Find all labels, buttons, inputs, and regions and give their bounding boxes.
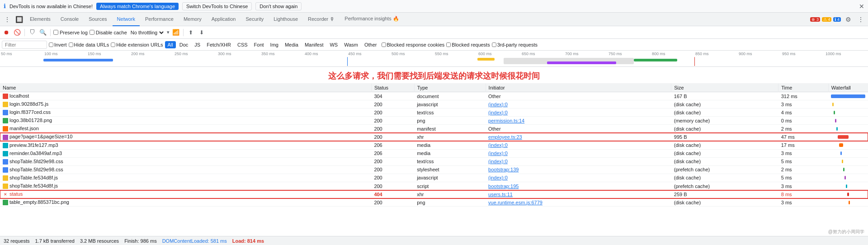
filter-type-doc[interactable]: Doc — [177, 41, 191, 48]
table-row[interactable]: preview.3f1fe127.mp3206media(index):0(di… — [0, 141, 868, 149]
blocked-cookies-checkbox[interactable]: Blocked response cookies — [382, 42, 445, 47]
table-row[interactable]: shopTable.fe534d8f.js200javascript(index… — [0, 174, 868, 182]
request-initiator[interactable]: (index):0 — [486, 100, 671, 108]
filter-type-ws[interactable]: WS — [327, 41, 340, 48]
filter-icon[interactable]: ⛉ — [28, 28, 37, 37]
request-initiator[interactable]: (index):0 — [486, 174, 671, 182]
stop-recording-icon[interactable]: ⏺ — [2, 28, 11, 37]
third-party-checkbox[interactable]: 3rd-party requests — [492, 42, 538, 47]
request-initiator[interactable]: permission.ts:14 — [486, 117, 671, 125]
request-time: 3 ms — [778, 100, 829, 108]
tab-security[interactable]: Security — [241, 13, 268, 26]
request-size: (prefetch cache) — [671, 165, 778, 174]
tab-recorder[interactable]: Recorder 🎙 — [303, 13, 339, 26]
file-type-icon — [3, 118, 8, 123]
table-row[interactable]: manifest.json200manifestOther(disk cache… — [0, 125, 868, 133]
request-waterfall — [828, 157, 868, 165]
request-initiator[interactable]: bootstrap:195 — [486, 182, 671, 190]
request-status: 200 — [371, 165, 414, 174]
col-header-status[interactable]: Status — [371, 84, 414, 92]
request-initiator[interactable]: (index):0 — [486, 141, 671, 149]
tab-console[interactable]: Console — [56, 13, 83, 26]
dont-show-button[interactable]: Don't show again — [255, 2, 302, 10]
col-header-type[interactable]: Type — [414, 84, 486, 92]
wifi-icon[interactable]: 📶 — [171, 28, 180, 37]
tab-lighthouse[interactable]: Lighthouse — [269, 13, 302, 26]
table-row[interactable]: localhost304documentOther167 B312 ms — [0, 92, 868, 100]
request-time: 2 ms — [778, 125, 829, 133]
request-initiator[interactable]: users.ts:11 — [486, 190, 671, 198]
clear-icon[interactable]: 🚫 — [13, 28, 22, 37]
hide-extension-urls-checkbox[interactable]: Hide extension URLs — [111, 42, 163, 47]
filter-type-media[interactable]: Media — [282, 41, 301, 48]
col-header-time[interactable]: Time — [778, 84, 829, 92]
table-row[interactable]: shopTable.fe534d8f.js200scriptbootstrap:… — [0, 182, 868, 190]
table-row[interactable]: reminder.0a3849af.mp3206media(index):0(d… — [0, 149, 868, 157]
request-status: 206 — [371, 149, 414, 157]
filter-type-other[interactable]: Other — [362, 41, 380, 48]
request-table-container[interactable]: Name Status Type Initiator Size Time Wat… — [0, 84, 868, 233]
close-icon[interactable]: ✕ — [859, 3, 864, 10]
col-header-waterfall[interactable]: Waterfall — [828, 84, 868, 92]
filter-type-font[interactable]: Font — [251, 41, 267, 48]
timeline-label-item: 650 ms — [521, 52, 564, 56]
blocked-requests-checkbox[interactable]: Blocked requests — [446, 42, 490, 47]
table-row[interactable]: shopTable.5fd29e98.css200text/css(index)… — [0, 157, 868, 165]
request-time: 5 ms — [778, 174, 829, 182]
timeline-marker-red — [694, 57, 695, 66]
settings-icon[interactable]: ⚙ — [843, 14, 854, 25]
inspect-icon[interactable]: 🔲 — [14, 14, 24, 25]
col-header-name[interactable]: Name — [0, 84, 371, 92]
request-size: (disk cache) — [671, 157, 778, 165]
request-waterfall — [828, 182, 868, 190]
tab-application[interactable]: Application — [207, 13, 241, 26]
table-row[interactable]: login.f8377ced.css200text/css(index):0(d… — [0, 108, 868, 117]
more-options-icon[interactable]: ⋮ — [855, 14, 866, 25]
tab-performance[interactable]: Performance — [141, 13, 178, 26]
request-initiator[interactable]: (index):0 — [486, 157, 671, 165]
table-row[interactable]: login.90288d75.js200javascript(index):0(… — [0, 100, 868, 108]
annotation-text: 这么多请求，我们需要找到后端发送的请求这时候很花时间 — [0, 67, 868, 84]
tab-elements[interactable]: Elements — [25, 13, 55, 26]
table-row[interactable]: ✕status404xhrusers.ts:11259 B8 ms — [0, 190, 868, 198]
request-initiator[interactable]: (index):0 — [486, 108, 671, 117]
import-har-icon[interactable]: ⬆ — [186, 28, 195, 37]
tab-perf-insights[interactable]: Performance insights 🔥 — [340, 13, 403, 26]
tab-network[interactable]: Network — [113, 13, 140, 26]
timeline-segment-blue — [43, 59, 113, 61]
disable-cache-checkbox[interactable]: Disable cache — [90, 30, 127, 35]
table-row[interactable]: page?page=1&pageSize=10200xhremployee.ts… — [0, 133, 868, 141]
hide-data-urls-checkbox[interactable]: Hide data URLs — [69, 42, 109, 47]
request-initiator[interactable]: vue.runtime.esm.js:6779 — [486, 198, 671, 207]
filter-type-manifest[interactable]: Manifest — [302, 41, 326, 48]
filter-type-css[interactable]: CSS — [235, 41, 250, 48]
tab-sources[interactable]: Sources — [84, 13, 111, 26]
request-initiator[interactable]: (index):0 — [486, 149, 671, 157]
devtools-menu-icon[interactable]: ⋮ — [2, 14, 13, 25]
filter-type-js[interactable]: JS — [192, 41, 203, 48]
tab-memory[interactable]: Memory — [179, 13, 206, 26]
request-size: (disk cache) — [671, 125, 778, 133]
filter-input[interactable] — [2, 41, 47, 49]
col-header-size[interactable]: Size — [671, 84, 778, 92]
throttle-select[interactable]: No throttling — [129, 29, 165, 36]
request-status: 206 — [371, 141, 414, 149]
invert-checkbox[interactable]: Invert — [49, 42, 67, 47]
request-initiator[interactable]: bootstrap:139 — [486, 165, 671, 174]
match-language-button[interactable]: Always match Chrome's language — [96, 3, 179, 10]
table-row[interactable]: shopTable.5fd29e98.css200stylesheetboots… — [0, 165, 868, 174]
filter-type-img[interactable]: Img — [268, 41, 281, 48]
preserve-log-checkbox[interactable]: Preserve log — [53, 30, 88, 35]
filter-type-fetch-xhr[interactable]: Fetch/XHR — [204, 41, 234, 48]
request-initiator[interactable]: employee.ts:23 — [486, 133, 671, 141]
switch-devtools-button[interactable]: Switch DevTools to Chinese — [182, 2, 252, 10]
timeline-content — [0, 57, 868, 66]
timeline-segment-purple — [547, 61, 617, 64]
table-row[interactable]: logo.38b01728.png200pngpermission.ts:14(… — [0, 117, 868, 125]
table-row[interactable]: table_empty.885371bc.png200pngvue.runtim… — [0, 198, 868, 207]
export-har-icon[interactable]: ⬇ — [197, 28, 206, 37]
filter-type-wasm[interactable]: Wasm — [341, 41, 361, 48]
col-header-initiator[interactable]: Initiator — [486, 84, 671, 92]
filter-type-all[interactable]: All — [165, 41, 176, 48]
search-icon[interactable]: 🔍 — [38, 28, 47, 37]
